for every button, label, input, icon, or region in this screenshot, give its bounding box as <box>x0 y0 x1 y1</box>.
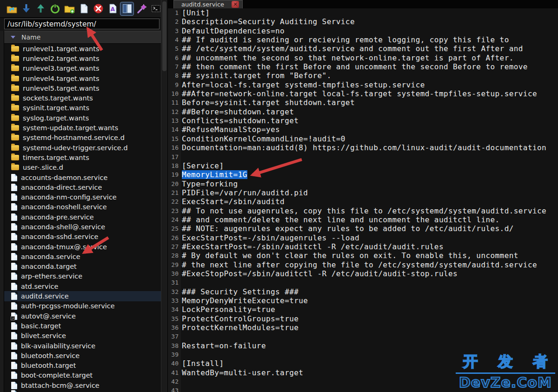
file-row[interactable]: atd.service <box>4 281 161 291</box>
new-folder-icon[interactable] <box>63 2 76 15</box>
editor-line[interactable]: 21PIDFile=/var/run/auditd.pid <box>168 188 558 197</box>
editor-line[interactable]: 1[Unit] <box>168 8 558 17</box>
file-row[interactable]: auth-rpcgss-module.service <box>4 301 161 311</box>
file-row[interactable]: sysinit.target.wants <box>4 103 161 113</box>
editor-line[interactable]: 13Conflicts=shutdown.target <box>168 116 558 125</box>
editor-line[interactable]: 34LockPersonality=true <box>168 305 558 314</box>
editor-line[interactable]: 4## If auditd is sending or recieving re… <box>168 35 558 44</box>
file-row[interactable]: runlevel1.target.wants <box>4 44 161 53</box>
file-row[interactable] <box>4 390 161 392</box>
file-row[interactable]: user-.slice.d <box>4 163 161 173</box>
editor-line[interactable]: 11Before=sysinit.target shutdown.target <box>168 98 558 107</box>
editor-line[interactable]: 35ProtectControlGroups=true <box>168 314 558 323</box>
editor-line[interactable]: 26ExecStartPost=-/sbin/augenrules --load <box>168 233 558 242</box>
file-row[interactable]: anaconda-nm-config.service <box>4 192 161 202</box>
file-row[interactable]: bluetooth.target <box>4 361 161 371</box>
file-row[interactable]: systemd-hostnamed.service.d <box>4 133 161 143</box>
editor-line[interactable]: 33MemoryDenyWriteExecute=true <box>168 296 558 305</box>
editor-line[interactable]: 10##After=network-online.target local-fs… <box>168 89 558 98</box>
download-icon[interactable] <box>20 2 33 15</box>
file-row[interactable]: systemd-udev-trigger.service.d <box>4 143 161 153</box>
file-row[interactable]: anaconda.target <box>4 262 161 272</box>
editor-line[interactable]: 18[Service] <box>168 161 558 170</box>
file-row[interactable]: runlevel5.target.wants <box>4 83 161 93</box>
scrollbar-thumb[interactable] <box>162 1 166 71</box>
folder-icon <box>11 105 19 111</box>
file-row[interactable]: basic.target <box>4 321 161 331</box>
refresh-icon[interactable] <box>48 2 61 15</box>
editor-line[interactable]: 23## To not use augenrules, copy this fi… <box>168 206 558 215</box>
edit-icon[interactable]: A <box>106 2 119 15</box>
file-row[interactable]: runlevel4.target.wants <box>4 73 161 83</box>
tab-auditd-service[interactable]: auditd.service ✕ <box>173 0 243 8</box>
line-text: [Unit] <box>181 8 210 17</box>
new-file-icon[interactable] <box>77 2 90 15</box>
file-row[interactable]: syslog.target.wants <box>4 113 161 123</box>
file-row[interactable]: bluetooth.service <box>4 351 161 360</box>
editor-line[interactable]: 38Restart=on-failure <box>168 341 558 350</box>
editor-line[interactable]: 40[Install] <box>168 359 558 368</box>
name-column-header[interactable]: Name <box>4 31 161 44</box>
editor-line[interactable]: 42 <box>168 377 558 386</box>
editor-line[interactable]: 6## uncomment the second so that network… <box>168 53 558 62</box>
file-row[interactable]: anaconda-noshell.service <box>4 202 161 212</box>
file-row[interactable]: timers.target.wants <box>4 153 161 162</box>
file-row[interactable]: blivet.service <box>4 331 161 341</box>
file-row[interactable]: btattach-bcm@.service <box>4 380 161 390</box>
file-row[interactable]: anaconda-direct.service <box>4 182 161 192</box>
editor-line[interactable]: 3DefaultDependencies=no <box>168 27 558 35</box>
file-row[interactable]: runlevel2.target.wants <box>4 53 161 63</box>
editor-line[interactable]: 41WantedBy=multi-user.target <box>168 368 558 377</box>
split-view-icon[interactable] <box>120 2 133 15</box>
upload-icon[interactable] <box>34 2 47 15</box>
editor-line[interactable]: 15ConditionKernelCommandLine=!audit=0 <box>168 134 558 143</box>
editor-line[interactable]: 8## sysinit.target from "Before". <box>168 71 558 80</box>
editor-line[interactable]: 9After=local-fs.target systemd-tmpfiles-… <box>168 80 558 89</box>
editor-line[interactable]: 37 <box>168 332 558 341</box>
editor-line[interactable]: 22ExecStart=/sbin/auditd <box>168 197 558 206</box>
editor-line[interactable]: 5## /etc/systemd/system/auditd.service a… <box>168 44 558 53</box>
editor-line[interactable]: 43 <box>168 386 558 392</box>
file-row[interactable]: anaconda-shell@.service <box>4 222 161 232</box>
line-text: # the next line after copying the file t… <box>181 260 537 269</box>
folder-icon <box>11 76 19 81</box>
editor-line[interactable]: 16Documentation=man:auditd(8) https://gi… <box>168 143 558 152</box>
file-row[interactable]: accounts-daemon.service <box>4 173 161 182</box>
tab-close-icon[interactable]: ✕ <box>232 1 239 8</box>
editor-line[interactable]: 17 <box>168 153 558 161</box>
path-input[interactable] <box>4 19 159 29</box>
editor-line[interactable]: 25## NOTE: augenrules expect any rules t… <box>168 224 558 233</box>
file-row[interactable]: anaconda.service <box>4 252 161 261</box>
parent-directory-icon[interactable] <box>5 2 18 15</box>
file-row[interactable]: autovt@.service <box>4 311 161 321</box>
editor-line[interactable]: 19MemoryLimit=1G <box>168 170 558 179</box>
delete-icon[interactable] <box>92 2 105 15</box>
editor-line[interactable]: 28# By default we don't clear the rules … <box>168 251 558 260</box>
editor-line[interactable]: 32### Security Settings ### <box>168 287 558 296</box>
editor-line[interactable]: 27#ExecStartPost=-/sbin/auditctl -R /etc… <box>168 242 558 251</box>
editor-line[interactable]: 14#RefuseManualStop=yes <box>168 125 558 134</box>
file-row[interactable]: anaconda-tmux@.service <box>4 242 161 252</box>
file-row[interactable]: anaconda-pre.service <box>4 212 161 222</box>
editor-line[interactable]: 39 <box>168 350 558 359</box>
file-row[interactable]: auditd.service <box>4 291 161 301</box>
editor-line[interactable]: 12##Before=shutdown.target <box>168 107 558 116</box>
editor-line[interactable]: 20Type=forking <box>168 179 558 188</box>
file-row[interactable]: arp-ethers.service <box>4 272 161 281</box>
editor-line[interactable]: 30#ExecStopPost=/sbin/auditctl -R /etc/a… <box>168 269 558 278</box>
file-row[interactable]: blk-availability.service <box>4 341 161 351</box>
editor-line[interactable]: 24## and comment/delete the next line an… <box>168 215 558 224</box>
file-row[interactable]: sockets.target.wants <box>4 93 161 103</box>
file-list-scrollbar[interactable] <box>161 0 168 392</box>
terminal-icon[interactable] <box>149 2 162 15</box>
editor-line[interactable]: 31 <box>168 278 558 287</box>
file-row[interactable]: runlevel3.target.wants <box>4 64 161 73</box>
editor-line[interactable]: 7## then comment the first Before and un… <box>168 62 558 71</box>
file-row[interactable]: anaconda-sshd.service <box>4 232 161 242</box>
file-row[interactable]: system-update.target.wants <box>4 123 161 133</box>
editor-line[interactable]: 36ProtectKernelModules=true <box>168 323 558 332</box>
tools-icon[interactable] <box>135 2 148 15</box>
editor-line[interactable]: 2Description=Security Auditing Service <box>168 17 558 26</box>
editor-line[interactable]: 29# the next line after copying the file… <box>168 260 558 269</box>
file-row[interactable]: boot-complete.target <box>4 371 161 380</box>
